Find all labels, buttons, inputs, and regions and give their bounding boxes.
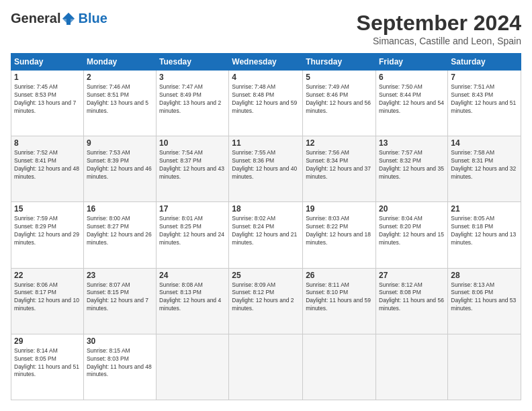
logo-icon [61, 11, 76, 26]
logo-blue: Blue [78, 11, 107, 26]
day-23: 23 Sunrise: 8:07 AMSunset: 8:15 PMDaylig… [83, 268, 156, 334]
day-17: 17 Sunrise: 8:01 AMSunset: 8:25 PMDaylig… [157, 202, 229, 268]
col-saturday: Saturday [448, 54, 521, 71]
day-16: 16 Sunrise: 8:00 AMSunset: 8:27 PMDaylig… [83, 202, 156, 268]
col-thursday: Thursday [303, 54, 376, 71]
day-1: 1 Sunrise: 7:45 AMSunset: 8:53 PMDayligh… [11, 71, 84, 136]
logo: General Blue [11, 11, 107, 26]
day-30: 30 Sunrise: 8:15 AMSunset: 8:03 PMDaylig… [83, 334, 156, 400]
col-sunday: Sunday [11, 54, 84, 71]
table-row: 8 Sunrise: 7:52 AMSunset: 8:41 PMDayligh… [11, 136, 521, 202]
header-row: Sunday Monday Tuesday Wednesday Thursday… [11, 54, 521, 71]
day-2: 2 Sunrise: 7:46 AMSunset: 8:51 PMDayligh… [83, 71, 156, 136]
table-row: 1 Sunrise: 7:45 AMSunset: 8:53 PMDayligh… [11, 71, 521, 136]
month-title: September 2024 [357, 11, 521, 36]
day-10: 10 Sunrise: 7:54 AMSunset: 8:37 PMDaylig… [157, 136, 229, 202]
day-28: 28 Sunrise: 8:13 AMSunset: 8:06 PMDaylig… [448, 268, 521, 334]
empty-cell [448, 334, 521, 400]
day-14: 14 Sunrise: 7:58 AMSunset: 8:31 PMDaylig… [448, 136, 521, 202]
day-7: 7 Sunrise: 7:51 AMSunset: 8:43 PMDayligh… [448, 71, 521, 136]
col-monday: Monday [83, 54, 156, 71]
day-12: 12 Sunrise: 7:56 AMSunset: 8:34 PMDaylig… [303, 136, 376, 202]
calendar-page: General Blue September 2024 Simancas, Ca… [0, 0, 532, 411]
day-22: 22 Sunrise: 8:06 AMSunset: 8:17 PMDaylig… [11, 268, 84, 334]
location-title: Simancas, Castille and Leon, Spain [357, 36, 521, 46]
day-5: 5 Sunrise: 7:49 AMSunset: 8:46 PMDayligh… [303, 71, 376, 136]
col-tuesday: Tuesday [157, 54, 229, 71]
empty-cell [157, 334, 229, 400]
calendar-table: Sunday Monday Tuesday Wednesday Thursday… [11, 53, 521, 400]
empty-cell [303, 334, 376, 400]
day-26: 26 Sunrise: 8:11 AMSunset: 8:10 PMDaylig… [303, 268, 376, 334]
empty-cell [376, 334, 448, 400]
day-3: 3 Sunrise: 7:47 AMSunset: 8:49 PMDayligh… [157, 71, 229, 136]
col-friday: Friday [376, 54, 448, 71]
day-8: 8 Sunrise: 7:52 AMSunset: 8:41 PMDayligh… [11, 136, 84, 202]
day-9: 9 Sunrise: 7:53 AMSunset: 8:39 PMDayligh… [83, 136, 156, 202]
day-24: 24 Sunrise: 8:08 AMSunset: 8:13 PMDaylig… [157, 268, 229, 334]
logo-general: General [11, 11, 60, 26]
day-27: 27 Sunrise: 8:12 AMSunset: 8:08 PMDaylig… [376, 268, 448, 334]
day-19: 19 Sunrise: 8:03 AMSunset: 8:22 PMDaylig… [303, 202, 376, 268]
day-18: 18 Sunrise: 8:02 AMSunset: 8:24 PMDaylig… [229, 202, 303, 268]
header: General Blue September 2024 Simancas, Ca… [11, 11, 521, 46]
empty-cell [229, 334, 303, 400]
day-13: 13 Sunrise: 7:57 AMSunset: 8:32 PMDaylig… [376, 136, 448, 202]
day-21: 21 Sunrise: 8:05 AMSunset: 8:18 PMDaylig… [448, 202, 521, 268]
day-11: 11 Sunrise: 7:55 AMSunset: 8:36 PMDaylig… [229, 136, 303, 202]
day-15: 15 Sunrise: 7:59 AMSunset: 8:29 PMDaylig… [11, 202, 84, 268]
title-block: September 2024 Simancas, Castille and Le… [357, 11, 521, 46]
day-29: 29 Sunrise: 8:14 AMSunset: 8:05 PMDaylig… [11, 334, 84, 400]
day-6: 6 Sunrise: 7:50 AMSunset: 8:44 PMDayligh… [376, 71, 448, 136]
table-row: 22 Sunrise: 8:06 AMSunset: 8:17 PMDaylig… [11, 268, 521, 334]
day-4: 4 Sunrise: 7:48 AMSunset: 8:48 PMDayligh… [229, 71, 303, 136]
day-25: 25 Sunrise: 8:09 AMSunset: 8:12 PMDaylig… [229, 268, 303, 334]
table-row: 15 Sunrise: 7:59 AMSunset: 8:29 PMDaylig… [11, 202, 521, 268]
table-row: 29 Sunrise: 8:14 AMSunset: 8:05 PMDaylig… [11, 334, 521, 400]
day-20: 20 Sunrise: 8:04 AMSunset: 8:20 PMDaylig… [376, 202, 448, 268]
col-wednesday: Wednesday [229, 54, 303, 71]
